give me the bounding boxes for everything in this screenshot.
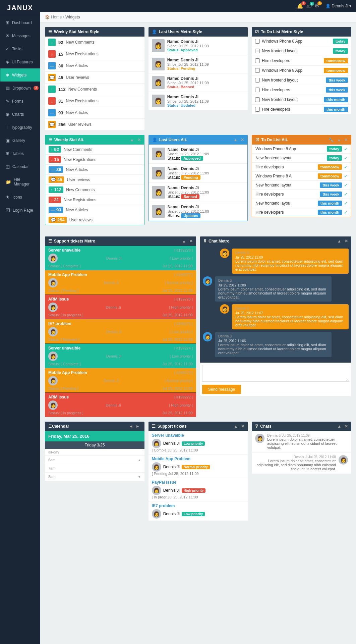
todo-check-5[interactable]	[255, 88, 260, 92]
last-users-metro-box: 👤 Last Users Metro Style 👩 Name: Dennis …	[149, 27, 248, 110]
user-menu[interactable]: 👤 Dennis Ji ▾	[325, 4, 351, 8]
mail-button[interactable]: ✉ 8	[315, 3, 319, 9]
chat-input[interactable]	[202, 365, 349, 382]
chat-metro-widget: ⊽ Chat Metro ▲ ✕ Dennis Ji Jul 25, 2012 …	[200, 236, 351, 417]
ticket-alt-detail-0: 👩 Dennis Ji Low priority	[152, 439, 245, 448]
ticket-user-5: Dennis Ji	[104, 379, 119, 383]
sidebar-item-charts[interactable]: ◉ Charts	[0, 108, 40, 121]
close-chat[interactable]: ✕	[345, 239, 348, 244]
close-btn-todo[interactable]: ✕	[344, 138, 348, 142]
user-status-0: Status: Approved	[167, 48, 245, 52]
todo-check-6[interactable]	[255, 97, 260, 102]
priority-badge-1: Normal priority	[182, 465, 210, 469]
sidebar-item-dropdown[interactable]: ▤ Dropdown 3	[0, 82, 40, 95]
tags-button[interactable]: 🏷 5	[307, 3, 312, 9]
support-tickets-alt-body: Server unavaible 👩 Dennis Ji Low priorit…	[149, 431, 248, 521]
todo-check-1[interactable]	[255, 49, 260, 53]
sidebar-item-login[interactable]: ⚿ Login Page	[0, 204, 40, 217]
ticket-alt-row-3: IE7 problem 👩 Dennis Ji Low priority	[149, 501, 248, 521]
chats-alt-title: Chats	[260, 424, 334, 429]
stat-row-6: — 93 New Articles	[45, 107, 144, 119]
ticket-detail-2: 👩 Dennis Ji [ High priority ]	[48, 303, 193, 312]
messages-icon: ✉	[6, 33, 9, 38]
ticket-user-6: Dennis Ji	[106, 403, 121, 407]
todo-label-3: Windows Phone 8 App	[262, 68, 321, 73]
ticket-title-row-2: ARM issue [ #199276 ]	[48, 297, 193, 302]
username: Dennis Ji	[332, 4, 348, 8]
scroll-down-indicator[interactable]: ▼	[138, 475, 141, 479]
todo-badge-2: tommorow	[324, 58, 348, 63]
stat-label-4: New Comments	[68, 87, 97, 92]
stat-value-3: 45	[58, 75, 63, 80]
todo-check-0[interactable]	[255, 39, 260, 44]
collapse-support[interactable]: ▲	[182, 239, 186, 244]
stat-row-2: — 36 New Articles	[45, 60, 144, 72]
sidebar-item-widgets[interactable]: ⊕ Widgets	[0, 68, 40, 82]
todo-check-4[interactable]	[255, 78, 260, 83]
scroll-indicator[interactable]: ▲	[138, 458, 141, 462]
ticket-user-4: Dennis Ji	[106, 354, 121, 358]
collapse-btn-users[interactable]: ▲	[233, 138, 237, 142]
sidebar-item-dashboard[interactable]: ⊞ Dashboard	[0, 16, 40, 29]
sidebar-item-icons[interactable]: ★ Icons	[0, 191, 40, 204]
widget-row-1: ☰ Weekly Stat Metro Style ↑ 92 New Comme…	[45, 27, 351, 130]
todo-alt-row-1: New frontend layout today ✓	[252, 154, 351, 163]
user-info-1: Name: Dennis Ji Since: Jul 25, 2012 11:0…	[167, 58, 245, 70]
sidebar-item-calendar[interactable]: ◫ Calendar	[0, 160, 40, 173]
sidebar-item-forms[interactable]: ✎ Forms	[0, 95, 40, 108]
notifications-button[interactable]: 🔔 7	[297, 3, 303, 9]
support-tickets-metro-widget: ☰ Support tickets Metro ▲ ✕ Server unava…	[45, 236, 196, 417]
sidebar-item-messages[interactable]: ✉ Messages	[0, 29, 40, 42]
todo-label-0: Windows Phone 8 App	[262, 39, 331, 44]
chat-text-1: Lorem ipsum dolor sit amet, consectetuer…	[218, 287, 328, 299]
sidebar-item-gallery[interactable]: ▣ Gallery	[0, 134, 40, 147]
sidebar-item-file-manager[interactable]: 📁 File Manager	[0, 173, 40, 191]
user-row-2: 👩 Name: Dennis Ji Since: Jul 25, 2012 11…	[149, 73, 248, 92]
sidebar-item-tables[interactable]: ⊞ Tables	[0, 147, 40, 160]
close-support[interactable]: ✕	[189, 239, 193, 244]
sidebar-item-ui-features[interactable]: ◈ UI Features	[0, 55, 40, 68]
sidebar-item-tasks[interactable]: ✓ Tasks	[0, 42, 40, 55]
stat-row-1: ↓ 15 New Registrations	[45, 48, 144, 60]
user-alt-row-2: 👩 Name: Dennis Ji Since: Jul 25, 2012 11…	[149, 183, 248, 202]
collapse-btn[interactable]: ▲	[130, 138, 134, 142]
todo-row-5: Hire developers this week	[252, 85, 351, 95]
support-tickets-alt-widget: ☰ Support tickets ▲ ✕ Server unavaible 👩…	[149, 422, 248, 521]
ticket-detail-6: 👩 Dennis Ji [ High priority ]	[48, 400, 193, 410]
ticket-avatar-6: 👩	[48, 400, 58, 410]
priority-badge-2: High priority	[182, 488, 205, 493]
chat-alt-avatar-0: 👩	[255, 434, 264, 443]
down-arrow-icon: ↓	[48, 50, 56, 58]
chat-text-2: Lorem ipsum dolor sit amet, consectetuer…	[235, 315, 345, 327]
ticket-priority-4: [ Low priority ]	[170, 354, 193, 358]
chat-text-3: Lorem ipsum dolor sit amet, consectetuer…	[218, 343, 328, 355]
user-icon: 👤	[152, 30, 157, 34]
todo-alt-label-3: Windows Phone 8 A	[255, 174, 315, 178]
weekly-stat-alt-widget: ☰ Weekly Stat Alt. ▲ ✕ ↑92 New Comments …	[45, 135, 144, 225]
breadcrumb: 🏠 Home › Widgets	[40, 12, 356, 22]
collapse-chats-alt[interactable]: ▲	[337, 424, 341, 429]
collapse-btn-todo[interactable]: ▲	[337, 138, 341, 142]
ticket-alt-detail-3: 👩 Dennis Ji Low priority	[152, 509, 245, 519]
user-alt-status-0: Status: Approved	[168, 156, 244, 161]
ticket-title-row-4: Server unavaible [ #199274 ]	[48, 346, 193, 351]
sidebar-label-file-manager: File Manager	[14, 177, 36, 186]
close-btn[interactable]: ✕	[137, 138, 141, 142]
close-chats-alt[interactable]: ✕	[345, 424, 348, 429]
collapse-support-alt[interactable]: ▲	[234, 424, 238, 429]
todo-alt-row-6: New frontend layou this month ✓	[252, 199, 351, 208]
close-support-alt[interactable]: ✕	[241, 424, 244, 429]
send-message-button[interactable]: Send message	[202, 385, 241, 394]
cal-prev-btn[interactable]: ◄	[128, 424, 134, 429]
todo-check-2[interactable]	[255, 58, 260, 63]
cal-next-btn[interactable]: ►	[134, 424, 141, 429]
todo-check-7[interactable]	[255, 107, 260, 112]
todo-check-3[interactable]	[255, 68, 260, 73]
collapse-chat[interactable]: ▲	[337, 239, 341, 244]
sidebar-label-calendar: Calendar	[12, 164, 29, 169]
avatar-0: 👩	[152, 39, 165, 52]
sidebar-item-typography[interactable]: T Typography	[0, 121, 40, 134]
breadcrumb-home[interactable]: Home	[51, 15, 62, 19]
close-btn-users[interactable]: ✕	[241, 138, 244, 142]
last-users-metro-header: 👤 Last Users Metro Style	[149, 27, 248, 37]
